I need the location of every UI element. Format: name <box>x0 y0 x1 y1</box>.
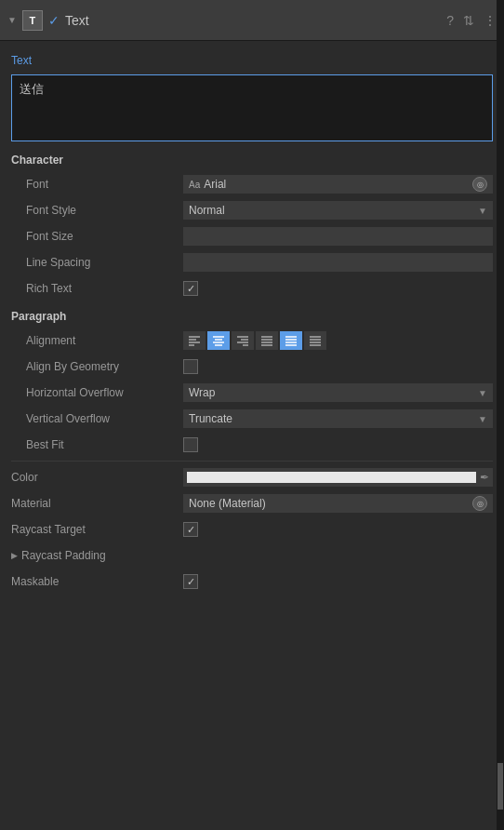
font-row: Font Aa Arial ◎ <box>11 172 493 196</box>
vertical-overflow-selected: Truncate <box>189 412 478 425</box>
vertical-overflow-dropdown[interactable]: Truncate ▼ <box>183 409 493 428</box>
align-right-btn[interactable] <box>232 331 254 350</box>
vertical-overflow-label: Vertical Overflow <box>11 412 183 425</box>
rich-text-value <box>183 281 493 296</box>
best-fit-row: Best Fit <box>11 433 493 457</box>
horizontal-overflow-selected: Wrap <box>189 386 478 399</box>
alignment-row: Alignment <box>11 328 493 353</box>
color-field[interactable]: ✒ <box>183 468 493 487</box>
more-options-icon[interactable]: ⋮ <box>484 13 497 28</box>
font-style-dropdown[interactable]: Normal ▼ <box>183 201 493 220</box>
maskable-value <box>183 574 493 589</box>
enabled-checkbox[interactable]: ✓ <box>48 13 60 28</box>
component-icon: T <box>22 10 43 31</box>
scrollbar-thumb[interactable] <box>497 763 503 810</box>
material-label: Material <box>11 497 183 510</box>
font-size-value[interactable]: 14 <box>183 227 493 246</box>
font-field[interactable]: Aa Arial ◎ <box>183 175 493 194</box>
best-fit-label: Best Fit <box>11 438 183 451</box>
font-style-arrow-icon: ▼ <box>478 206 487 216</box>
material-field[interactable]: None (Material) ◎ <box>183 494 493 513</box>
scrollbar-track <box>497 0 504 830</box>
font-style-row: Font Style Normal ▼ <box>11 198 493 222</box>
alignment-value <box>183 331 493 350</box>
color-value[interactable]: ✒ <box>183 468 493 487</box>
color-label: Color <box>11 471 183 484</box>
divider-1 <box>11 461 493 462</box>
horizontal-overflow-row: Horizontal Overflow Wrap ▼ <box>11 381 493 405</box>
line-spacing-input[interactable]: 1 <box>183 253 493 272</box>
maskable-label: Maskable <box>11 575 183 588</box>
maskable-row: Maskable <box>11 569 493 594</box>
align-justify-left-btn[interactable] <box>256 331 278 350</box>
color-preview-swatch <box>187 472 476 483</box>
raycast-padding-collapse-icon[interactable]: ▶ <box>11 551 18 560</box>
rich-text-checkbox[interactable] <box>183 281 198 296</box>
rich-text-row: Rich Text <box>11 276 493 301</box>
line-spacing-value[interactable]: 1 <box>183 253 493 272</box>
text-property-label: Text <box>11 54 183 67</box>
align-by-geometry-checkbox[interactable] <box>183 359 198 374</box>
vertical-overflow-arrow-icon: ▼ <box>478 414 487 424</box>
paragraph-section-title: Paragraph <box>11 310 493 323</box>
horizontal-overflow-value[interactable]: Wrap ▼ <box>183 383 493 402</box>
font-style-label: Font Style <box>11 204 183 217</box>
align-vert-right-btn[interactable] <box>304 331 326 350</box>
alignment-label: Alignment <box>11 334 183 347</box>
best-fit-checkbox[interactable] <box>183 437 198 452</box>
text-property-row: Text <box>11 48 493 73</box>
material-select-circle[interactable]: ◎ <box>472 496 487 511</box>
panel-title: Text <box>65 13 89 28</box>
raycast-target-checkbox[interactable] <box>183 522 198 537</box>
collapse-arrow-icon[interactable]: ▼ <box>7 15 17 25</box>
alignment-group <box>183 331 493 350</box>
font-value[interactable]: Aa Arial ◎ <box>183 175 493 194</box>
header-actions: ? ⇅ ⋮ <box>446 13 497 28</box>
raycast-padding-label-text: Raycast Padding <box>21 549 106 562</box>
maskable-checkbox[interactable] <box>183 574 198 589</box>
align-by-geometry-row: Align By Geometry <box>11 355 493 379</box>
align-center-btn[interactable] <box>207 331 230 350</box>
line-spacing-label: Line Spacing <box>11 256 183 269</box>
font-aa-icon: Aa <box>189 180 200 190</box>
raycast-target-checkbox-container <box>183 522 493 537</box>
align-left-btn[interactable] <box>183 331 206 350</box>
help-icon[interactable]: ? <box>446 13 454 28</box>
horizontal-overflow-label: Horizontal Overflow <box>11 386 183 399</box>
align-by-geometry-label: Align By Geometry <box>11 360 183 373</box>
raycast-padding-label: ▶ Raycast Padding <box>11 549 183 562</box>
vertical-overflow-row: Vertical Overflow Truncate ▼ <box>11 407 493 431</box>
raycast-target-value <box>183 522 493 537</box>
font-style-value[interactable]: Normal ▼ <box>183 201 493 220</box>
horizontal-overflow-dropdown[interactable]: Wrap ▼ <box>183 383 493 402</box>
font-size-input[interactable]: 14 <box>183 227 493 246</box>
eyedropper-icon[interactable]: ✒ <box>480 471 489 484</box>
align-vert-center-btn[interactable] <box>280 331 302 350</box>
horizontal-overflow-arrow-icon: ▼ <box>478 388 487 398</box>
raycast-padding-row: ▶ Raycast Padding <box>11 543 493 568</box>
header-left: ▼ T ✓ Text <box>7 10 446 31</box>
panel-header: ▼ T ✓ Text ? ⇅ ⋮ <box>0 0 504 41</box>
raycast-target-row: Raycast Target <box>11 517 493 542</box>
font-label: Font <box>11 178 183 191</box>
rich-text-checkbox-container <box>183 281 493 296</box>
material-row: Material None (Material) ◎ <box>11 491 493 515</box>
font-name-display: Arial <box>204 178 469 191</box>
character-section-title: Character <box>11 154 493 167</box>
vertical-overflow-value[interactable]: Truncate ▼ <box>183 409 493 428</box>
align-by-geometry-value <box>183 359 493 374</box>
font-size-label: Font Size <box>11 230 183 243</box>
text-input[interactable] <box>11 74 493 141</box>
raycast-target-label: Raycast Target <box>11 523 183 536</box>
best-fit-value <box>183 437 493 452</box>
line-spacing-row: Line Spacing 1 <box>11 250 493 274</box>
material-value[interactable]: None (Material) ◎ <box>183 494 493 513</box>
color-row: Color ✒ <box>11 465 493 489</box>
rich-text-label: Rich Text <box>11 282 183 295</box>
font-select-circle[interactable]: ◎ <box>472 177 487 192</box>
maskable-checkbox-container <box>183 574 493 589</box>
font-size-row: Font Size 14 <box>11 224 493 248</box>
font-style-selected: Normal <box>189 204 478 217</box>
settings-icon[interactable]: ⇅ <box>463 13 474 28</box>
panel-content: Text Character Font Aa Arial ◎ Font Styl… <box>0 41 504 603</box>
